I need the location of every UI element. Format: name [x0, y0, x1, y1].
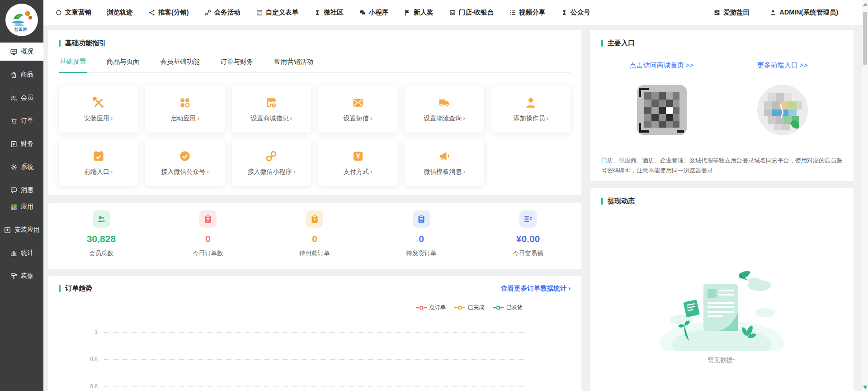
logo-art: 盐田游: [7, 5, 36, 34]
entry-panel-title: 主要入口: [601, 39, 843, 48]
tab-basic-settings[interactable]: 基础设置: [59, 53, 87, 73]
sidebar-item-decorate[interactable]: 装修: [0, 267, 43, 285]
share-icon: [148, 9, 156, 16]
nav-label: 公众号: [571, 8, 590, 17]
truck-icon: [438, 96, 451, 110]
nav-item-micro-community[interactable]: 微社区: [314, 8, 344, 17]
download-box-icon: [4, 226, 11, 234]
nav-item-events[interactable]: 会务活动: [204, 8, 241, 17]
stat-total-members: 30,828 会员总数: [48, 210, 155, 257]
trend-title-text: 订单趋势: [65, 284, 92, 293]
scrollbar-thumb[interactable]: [863, 12, 867, 65]
sidebar-item-goods[interactable]: 商品: [0, 66, 43, 84]
chevron-right-icon: ›: [111, 168, 113, 175]
guide-card-wechat-official[interactable]: 接入微信公众号›: [145, 139, 224, 186]
nav-item-video-share[interactable]: 视频分享: [509, 8, 545, 17]
guide-card-add-operator[interactable]: 添加操作员›: [491, 86, 571, 133]
more-order-stats-link[interactable]: 查看更多订单数据统计 ›: [501, 284, 571, 293]
chevron-right-icon: ›: [197, 114, 199, 122]
scroll-up-arrow-icon[interactable]: [863, 3, 868, 6]
mall-home-link[interactable]: 点击访问商城首页 >>: [630, 61, 694, 69]
guide-card-wechat-miniprogram[interactable]: 接入微信小程序›: [232, 139, 311, 186]
legend-completed[interactable]: 已完成: [454, 304, 484, 311]
guide-card-label: 安装应用: [84, 114, 109, 122]
nav-item-article-marketing[interactable]: 文章营销: [55, 8, 91, 17]
merchant-switcher[interactable]: 爱游盐田: [713, 8, 750, 17]
tab-marketing[interactable]: 常用营销活动: [273, 53, 314, 72]
legend-label: 已完成: [468, 304, 484, 311]
nav-item-browse-history[interactable]: 浏览轨迹: [107, 8, 133, 17]
sidebar-item-install-apps[interactable]: 安装应用: [0, 221, 43, 239]
sidebar-item-apps[interactable]: 应用: [0, 198, 43, 216]
gridline: [104, 359, 525, 360]
tab-orders-finance[interactable]: 订单与财务: [220, 53, 255, 72]
stat-label: 待发货订单: [406, 249, 437, 257]
guide-card-logistics[interactable]: 设置物流查询›: [405, 86, 484, 133]
nav-label: 新人奖: [414, 8, 434, 17]
legend-total-orders[interactable]: 总订单: [415, 304, 446, 311]
guide-card-frontend-entry[interactable]: 前端入口›: [59, 139, 138, 186]
empty-state-illustration: [658, 262, 786, 351]
chevron-right-icon: ›: [290, 114, 292, 122]
guide-card-mall-info[interactable]: 设置商城信息›: [232, 86, 311, 133]
stat-icon-chip: [519, 210, 537, 228]
scroll-down-arrow-icon[interactable]: [863, 386, 868, 389]
more-entries-link[interactable]: 更多前端入口 >>: [757, 61, 808, 69]
list-icon: [509, 9, 516, 16]
y-axis-tick: 0.6: [59, 383, 104, 390]
sidebar-item-system[interactable]: 系统: [0, 158, 43, 176]
nav-item-official-account[interactable]: 公众号: [561, 8, 590, 17]
stat-label: 今日交易额: [513, 249, 543, 257]
nav-item-mini-program[interactable]: 小程序: [359, 8, 389, 17]
sidebar-bottom-group: 应用 安装应用 统计 装修: [0, 198, 43, 290]
shop-gear-icon: [264, 96, 278, 110]
nav-label: 推客(分销): [158, 8, 189, 17]
withdraw-panel-title: 提现动态: [601, 197, 843, 205]
nav-item-newcomer-award[interactable]: 新人奖: [404, 8, 434, 17]
calendar-check-icon: [92, 149, 105, 163]
stat-icon-chip: [93, 210, 110, 228]
page-scrollbar[interactable]: [862, 0, 868, 391]
clipboard-icon: [416, 214, 426, 224]
sidebar-item-orders[interactable]: 订单: [0, 112, 43, 130]
gridline: [104, 332, 525, 333]
guide-card-install-app[interactable]: 安装应用›: [59, 86, 138, 133]
sidebar-item-overview[interactable]: 概况: [0, 43, 43, 61]
nav-item-distribution[interactable]: 推客(分销): [148, 8, 189, 17]
entry-title-text: 主要入口: [608, 39, 635, 48]
guide-card-payment[interactable]: 支付方式›: [318, 139, 397, 186]
title-accent-bar: [601, 40, 603, 47]
tab-goods-pages[interactable]: 商品与页面: [106, 53, 141, 72]
sidebar-item-label: 系统: [21, 163, 33, 171]
chevron-right-icon: ›: [293, 168, 295, 175]
legend-shipped[interactable]: 已发货: [492, 304, 523, 311]
guide-card-label: 设置短信: [344, 114, 369, 122]
guide-card-sms[interactable]: 设置短信›: [318, 86, 397, 133]
chat-bubble-icon: [10, 186, 18, 194]
guide-card-label: 添加操作员: [513, 114, 545, 122]
admin-user-menu[interactable]: ADMIN(系统管理员): [769, 8, 838, 17]
sidebar-item-label: 订单: [21, 117, 33, 125]
guide-card-label: 设置物流查询: [424, 114, 462, 122]
merchant-name: 爱游盐田: [723, 8, 750, 17]
stat-unshipped-orders: 0 待发货订单: [368, 210, 475, 257]
nav-label: 门店-收银台: [459, 8, 494, 17]
legend-marker-icon: [492, 305, 504, 310]
stat-unpaid-orders: 0 待付款订单: [261, 210, 368, 257]
guide-card-wechat-template[interactable]: 微信模板消息›: [405, 139, 484, 186]
sidebar-item-messages[interactable]: 消息: [0, 181, 43, 199]
nav-item-store-cashier[interactable]: 门店-收银台: [449, 8, 494, 17]
chevron-right-icon: ›: [463, 168, 465, 175]
sidebar-item-finance[interactable]: 财务: [0, 135, 43, 153]
chevron-right-icon: ›: [370, 114, 373, 122]
sidebar-item-statistics[interactable]: 统计: [0, 244, 43, 262]
nav-label: 文章营销: [65, 8, 91, 17]
tab-member-basics[interactable]: 会员基础功能: [160, 53, 201, 72]
guide-card-label: 启动应用: [170, 114, 196, 122]
nav-item-custom-form[interactable]: 自定义表单: [256, 8, 299, 17]
circle-icon: [55, 9, 62, 16]
hourglass-icon: [561, 9, 568, 16]
sidebar-item-members[interactable]: 会员: [0, 89, 43, 107]
stat-icon-chip: [306, 210, 323, 228]
guide-card-launch-app[interactable]: 启动应用›: [145, 86, 224, 133]
